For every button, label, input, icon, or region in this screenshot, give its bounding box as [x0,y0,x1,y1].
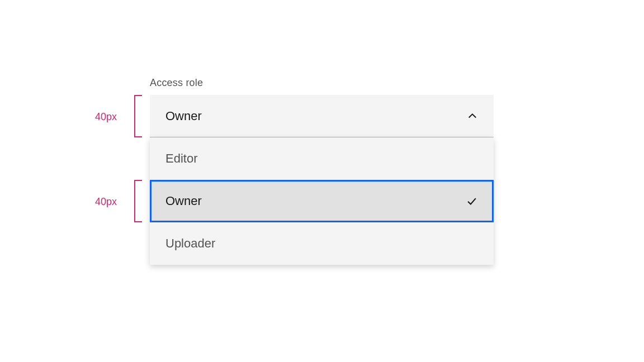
dropdown-selected-value: Owner [165,109,202,123]
dropdown-option-label: Uploader [165,236,215,251]
dropdown-option-label: Editor [165,151,197,166]
dimension-bracket-trigger [134,95,135,137]
dropdown-menu: Editor Owner Uploader [150,137,494,265]
check-icon [466,195,478,207]
field-label: Access role [150,77,203,89]
dropdown-option-uploader[interactable]: Uploader [150,222,494,265]
dropdown-option-owner[interactable]: Owner [150,180,494,222]
dropdown-option-label: Owner [165,194,202,208]
dropdown-option-editor[interactable]: Editor [150,137,494,180]
dimension-label-trigger: 40px [95,111,117,123]
dimension-label-option: 40px [95,196,117,208]
dropdown-trigger[interactable]: Owner [150,95,494,137]
access-role-dropdown: Owner Editor Owner Uploader [150,95,494,265]
chevron-up-icon [467,111,478,122]
dimension-bracket-option [134,180,135,222]
